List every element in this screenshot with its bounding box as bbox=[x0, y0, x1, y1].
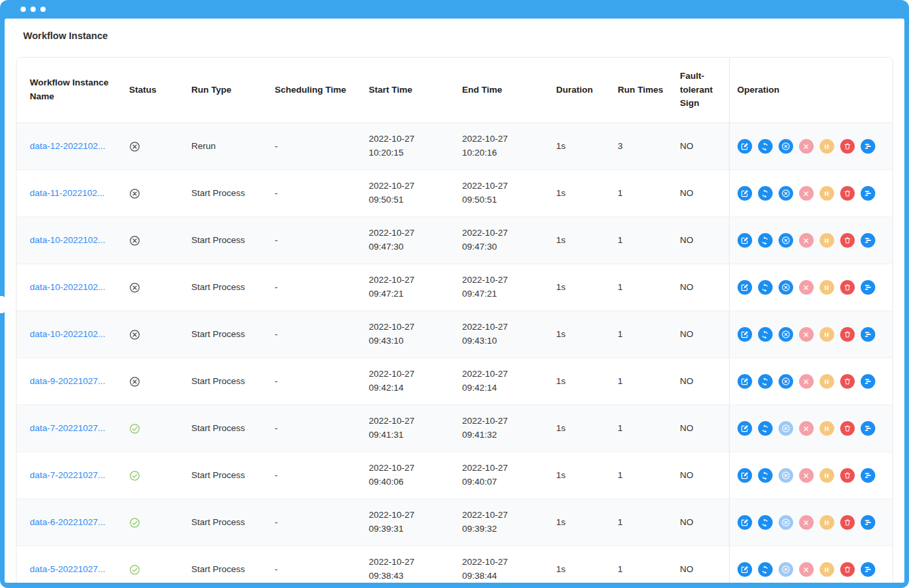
rerun-button[interactable] bbox=[758, 515, 773, 530]
rerun-button[interactable] bbox=[758, 374, 773, 389]
instance-name-link[interactable]: data-6-20221027... bbox=[30, 517, 105, 527]
pause-button[interactable] bbox=[820, 421, 834, 436]
delete-button[interactable] bbox=[840, 280, 855, 295]
instance-name-link[interactable]: data-7-20221027... bbox=[30, 470, 105, 480]
pause-button[interactable] bbox=[820, 468, 834, 483]
delete-button[interactable] bbox=[840, 421, 855, 436]
delete-button[interactable] bbox=[840, 139, 855, 154]
delete-button[interactable] bbox=[840, 562, 855, 577]
edit-button[interactable] bbox=[738, 139, 752, 154]
recovery-failed-button[interactable] bbox=[779, 186, 793, 201]
gantt-button[interactable] bbox=[861, 421, 875, 436]
edit-button[interactable] bbox=[738, 562, 752, 577]
rerun-button[interactable] bbox=[758, 562, 773, 577]
stop-button[interactable] bbox=[799, 421, 814, 436]
stop-button[interactable] bbox=[799, 233, 814, 248]
instance-name-link[interactable]: data-12-2022102... bbox=[30, 141, 105, 151]
run-type-cell: Rerun bbox=[183, 123, 267, 170]
rerun-button[interactable] bbox=[758, 468, 773, 483]
edit-button[interactable] bbox=[738, 327, 752, 342]
delete-button[interactable] bbox=[840, 515, 855, 530]
column-header-end-time: End Time bbox=[454, 58, 548, 123]
recovery-failed-button[interactable] bbox=[779, 374, 793, 389]
operation-cell bbox=[729, 452, 892, 499]
gantt-button[interactable] bbox=[861, 233, 875, 248]
instance-name-link[interactable]: data-9-20221027... bbox=[30, 376, 105, 386]
instance-name-cell: data-10-2022102... bbox=[17, 264, 121, 311]
page-title: Workflow Instance bbox=[23, 30, 108, 41]
recovery-failed-button[interactable] bbox=[779, 233, 793, 248]
rerun-button[interactable] bbox=[758, 280, 773, 295]
drawer-handle[interactable] bbox=[0, 296, 5, 313]
recovery-failed-button[interactable] bbox=[779, 327, 793, 342]
gantt-button[interactable] bbox=[861, 515, 875, 530]
instance-name-link[interactable]: data-10-2022102... bbox=[30, 329, 105, 339]
edit-button[interactable] bbox=[738, 421, 752, 436]
stop-button[interactable] bbox=[799, 327, 814, 342]
edit-button[interactable] bbox=[738, 468, 752, 483]
edit-button[interactable] bbox=[738, 374, 752, 389]
instance-name-link[interactable]: data-7-20221027... bbox=[30, 423, 105, 433]
instance-name-cell: data-7-20221027... bbox=[17, 405, 121, 452]
status-cell bbox=[121, 499, 183, 546]
pause-button[interactable] bbox=[820, 139, 834, 154]
run-type-cell: Start Process bbox=[183, 170, 267, 217]
stop-button[interactable] bbox=[799, 139, 814, 154]
circle-check-icon bbox=[129, 517, 175, 528]
recovery-failed-button[interactable] bbox=[779, 468, 793, 483]
status-cell bbox=[121, 217, 183, 264]
recovery-failed-button[interactable] bbox=[779, 280, 793, 295]
gantt-button[interactable] bbox=[861, 280, 875, 295]
end-time-cell: 2022-10-27 09:41:32 bbox=[454, 405, 548, 452]
instance-name-link[interactable]: data-10-2022102... bbox=[30, 235, 105, 245]
pause-button[interactable] bbox=[820, 562, 834, 577]
stop-button[interactable] bbox=[799, 562, 814, 577]
rerun-button[interactable] bbox=[758, 327, 773, 342]
delete-button[interactable] bbox=[840, 374, 855, 389]
stop-button[interactable] bbox=[799, 186, 814, 201]
pause-button[interactable] bbox=[820, 186, 834, 201]
instance-name-link[interactable]: data-10-2022102... bbox=[30, 282, 105, 292]
gantt-button[interactable] bbox=[861, 374, 875, 389]
gantt-button[interactable] bbox=[861, 468, 875, 483]
pause-button[interactable] bbox=[820, 233, 834, 248]
recovery-failed-button[interactable] bbox=[779, 515, 793, 530]
edit-button[interactable] bbox=[738, 186, 752, 201]
run-times-cell: 1 bbox=[610, 217, 672, 264]
edit-button[interactable] bbox=[738, 280, 752, 295]
fault-tolerant-cell: NO bbox=[672, 170, 729, 217]
delete-button[interactable] bbox=[840, 186, 855, 201]
rerun-button[interactable] bbox=[758, 139, 773, 154]
instance-name-link[interactable]: data-5-20221027... bbox=[30, 564, 105, 574]
pause-button[interactable] bbox=[820, 327, 834, 342]
stop-button[interactable] bbox=[799, 515, 814, 530]
stop-button[interactable] bbox=[799, 468, 814, 483]
delete-button[interactable] bbox=[840, 468, 855, 483]
rerun-button[interactable] bbox=[758, 186, 773, 201]
table-row: data-11-2022102...Start Process-2022-10-… bbox=[17, 170, 892, 217]
gantt-button[interactable] bbox=[861, 186, 875, 201]
window-control-dot[interactable] bbox=[40, 7, 46, 12]
recovery-failed-button[interactable] bbox=[779, 562, 793, 577]
stop-button[interactable] bbox=[799, 280, 814, 295]
column-header-workflow-instance-name: Workflow Instance Name bbox=[17, 58, 121, 123]
recovery-failed-button[interactable] bbox=[779, 139, 793, 154]
delete-button[interactable] bbox=[840, 327, 855, 342]
pause-button[interactable] bbox=[820, 280, 834, 295]
edit-button[interactable] bbox=[738, 233, 752, 248]
rerun-button[interactable] bbox=[758, 233, 773, 248]
pause-button[interactable] bbox=[820, 515, 834, 530]
edit-button[interactable] bbox=[738, 515, 752, 530]
delete-button[interactable] bbox=[840, 233, 855, 248]
window-control-dot[interactable] bbox=[30, 7, 36, 12]
pause-button[interactable] bbox=[820, 374, 834, 389]
recovery-failed-button[interactable] bbox=[779, 421, 793, 436]
stop-button[interactable] bbox=[799, 374, 814, 389]
scheduling-time-cell: - bbox=[267, 546, 361, 583]
rerun-button[interactable] bbox=[758, 421, 773, 436]
gantt-button[interactable] bbox=[861, 139, 875, 154]
instance-name-link[interactable]: data-11-2022102... bbox=[30, 188, 105, 198]
gantt-button[interactable] bbox=[861, 327, 875, 342]
window-control-dot[interactable] bbox=[21, 7, 26, 12]
gantt-button[interactable] bbox=[861, 562, 875, 577]
